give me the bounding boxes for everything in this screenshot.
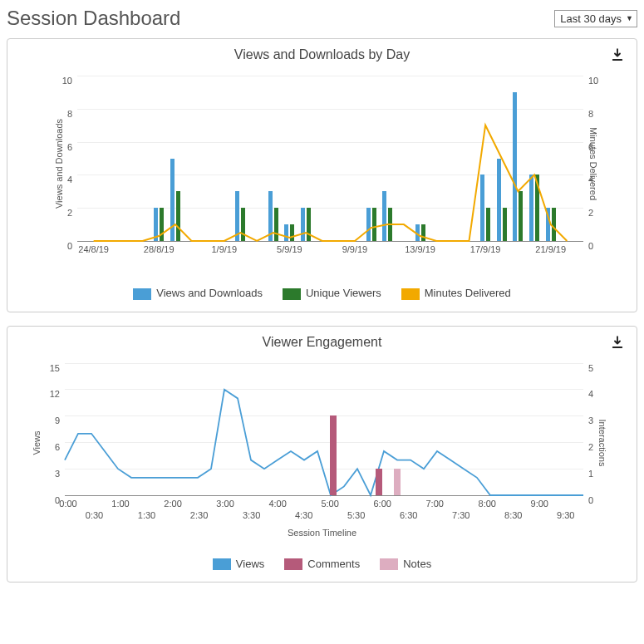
- chart2-legend: Views Comments Notes: [19, 558, 625, 571]
- chart2-ylabel-right: Interactions: [598, 419, 608, 466]
- chart1-ylabel-right: Minutes Delivered: [588, 127, 598, 200]
- legend-unique-viewers[interactable]: Unique Viewers: [283, 287, 381, 300]
- chart2-xlabel: Session Timeline: [19, 528, 625, 538]
- chart1-legend: Views and Downloads Unique Viewers Minut…: [19, 287, 625, 300]
- chart1-ylabel-left: Views and Downloads: [54, 119, 64, 209]
- chart1-plot: Views and Downloads Minutes Delivered 00…: [19, 67, 625, 267]
- time-range-select[interactable]: Last 30 days: [554, 10, 637, 27]
- views-downloads-card: Views and Downloads by Day Views and Dow…: [7, 38, 637, 312]
- legend-comments[interactable]: Comments: [284, 558, 360, 571]
- chart2-ylabel-left: Views: [32, 430, 42, 455]
- chart1-title: Views and Downloads by Day: [19, 47, 625, 62]
- legend-minutes-delivered[interactable]: Minutes Delivered: [401, 287, 511, 300]
- page-title: Session Dashboard: [7, 7, 180, 30]
- download-icon[interactable]: [610, 335, 625, 350]
- chart2-title: Viewer Engagement: [19, 335, 625, 350]
- download-icon[interactable]: [610, 47, 625, 62]
- viewer-engagement-card: Viewer Engagement Views Interactions 036…: [7, 326, 637, 583]
- chart2-plot: Views Interactions 036912150123450:000:3…: [19, 355, 625, 538]
- legend-notes[interactable]: Notes: [380, 558, 431, 571]
- legend-views[interactable]: Views: [213, 558, 264, 571]
- legend-views-downloads[interactable]: Views and Downloads: [133, 287, 263, 300]
